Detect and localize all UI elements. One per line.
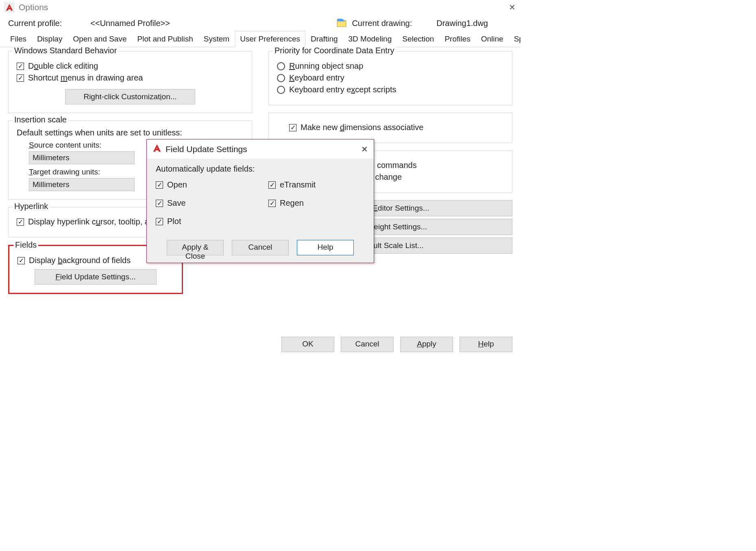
checkbox-hyperlink-display[interactable] xyxy=(17,218,24,226)
checkbox-open[interactable] xyxy=(156,181,163,189)
dialog-body: Automatically update fields: Open eTrans… xyxy=(147,159,374,263)
tab-selection[interactable]: Selection xyxy=(397,31,439,47)
tab-files[interactable]: Files xyxy=(5,31,32,47)
label-shortcut-menus: Shortcut menus in drawing area xyxy=(28,73,143,83)
help-button[interactable]: Help xyxy=(297,240,354,255)
page-body: Windows Standard Behavior Double click e… xyxy=(0,47,521,332)
checkbox-regen[interactable] xyxy=(268,200,276,207)
app-icon xyxy=(153,144,161,155)
current-profile-value: <<Unnamed Profile>> xyxy=(90,19,170,28)
help-button[interactable]: Help xyxy=(460,337,512,352)
app-icon xyxy=(4,2,15,13)
radio-keyboard-entry[interactable] xyxy=(277,74,285,82)
label-keyboard-except-scripts: Keyboard entry except scripts xyxy=(289,85,396,94)
label-double-click-editing: Double click editing xyxy=(28,61,98,71)
checkbox-assoc-dim[interactable] xyxy=(289,124,296,131)
insertion-scale-subtitle: Default settings when units are set to u… xyxy=(17,128,244,137)
target-units-combo[interactable]: Millimeters xyxy=(29,178,135,191)
label-save: Save xyxy=(167,198,186,208)
dialog-title-bar: Field Update Settings ✕ xyxy=(147,139,374,159)
label-running-osnap: Running object snap xyxy=(289,61,363,71)
radio-running-osnap[interactable] xyxy=(277,62,285,70)
tab-plot-publish[interactable]: Plot and Publish xyxy=(132,31,198,47)
tab-profiles[interactable]: Profiles xyxy=(439,31,475,47)
apply-close-button[interactable]: Apply & Close xyxy=(167,240,224,255)
svg-rect-1 xyxy=(338,19,343,22)
tab-user-preferences[interactable]: User Preferences xyxy=(235,31,305,47)
close-icon[interactable]: ✕ xyxy=(509,2,516,12)
right-click-customization-button[interactable]: Right-click Customization... xyxy=(65,89,195,105)
current-drawing-value: Drawing1.dwg xyxy=(436,19,488,28)
label-open: Open xyxy=(167,180,187,189)
label-display-field-background: Display background of fields xyxy=(29,256,131,265)
label-regen: Regen xyxy=(280,198,304,208)
group-title: Hyperlink xyxy=(13,202,50,211)
header-row: Current profile: <<Unnamed Profile>> Cur… xyxy=(0,15,521,31)
group-associative-dim: Associative Dimensioning Make new dimens… xyxy=(268,113,512,143)
dialog-button-bar: OK Cancel Apply Help xyxy=(0,332,521,360)
group-priority-coord-entry: Priority for Coordinate Data Entry Runni… xyxy=(268,51,512,105)
group-title: Windows Standard Behavior xyxy=(13,46,118,55)
cancel-button[interactable]: Cancel xyxy=(232,240,289,255)
window-title: Options xyxy=(19,2,48,12)
checkbox-plot[interactable] xyxy=(156,218,163,225)
tab-3d-modeling[interactable]: 3D Modeling xyxy=(343,31,397,47)
radio-keyboard-except-scripts[interactable] xyxy=(277,86,285,94)
window-title-bar: Options ✕ xyxy=(0,0,521,15)
label-keyboard-entry: Keyboard entry xyxy=(289,73,344,83)
current-profile-label: Current profile: xyxy=(8,19,62,28)
group-windows-standard-behavior: Windows Standard Behavior Double click e… xyxy=(8,51,252,113)
cancel-button[interactable]: Cancel xyxy=(341,337,394,352)
dialog-title: Field Update Settings xyxy=(166,144,247,154)
tab-open-save[interactable]: Open and Save xyxy=(68,31,132,47)
ok-button[interactable]: OK xyxy=(281,337,334,352)
group-title: Priority for Coordinate Data Entry xyxy=(273,46,396,55)
dialog-close-icon[interactable]: ✕ xyxy=(361,144,368,154)
current-drawing-label: Current drawing: xyxy=(352,19,412,28)
source-units-combo[interactable]: Millimeters xyxy=(29,151,135,164)
tab-online[interactable]: Online xyxy=(476,31,509,47)
tab-display[interactable]: Display xyxy=(32,31,68,47)
tab-drafting[interactable]: Drafting xyxy=(305,31,343,47)
group-title: Fields xyxy=(13,240,38,250)
apply-button[interactable]: Apply xyxy=(400,337,453,352)
tab-spatial-manager[interactable]: Spatial Manager xyxy=(509,31,521,47)
group-title: Insertion scale xyxy=(13,115,68,124)
checkbox-shortcut-menus[interactable] xyxy=(17,74,24,82)
dialog-subtitle: Automatically update fields: xyxy=(156,164,365,174)
label-plot: Plot xyxy=(167,217,181,226)
checkbox-display-field-background[interactable] xyxy=(17,257,25,264)
field-update-settings-button[interactable]: Field Update Settings... xyxy=(35,269,157,285)
checkbox-etransmit[interactable] xyxy=(268,181,276,189)
tab-strip: Files Display Open and Save Plot and Pub… xyxy=(0,31,521,47)
checkbox-double-click-editing[interactable] xyxy=(17,63,24,70)
drawing-icon xyxy=(336,18,347,28)
checkbox-save[interactable] xyxy=(156,200,163,207)
label-assoc-dim: Make new dimensions associative xyxy=(301,123,423,132)
svg-rect-0 xyxy=(338,21,346,27)
tab-system[interactable]: System xyxy=(198,31,235,47)
field-update-settings-dialog: Field Update Settings ✕ Automatically up… xyxy=(146,139,374,263)
label-etransmit: eTransmit xyxy=(280,180,316,189)
